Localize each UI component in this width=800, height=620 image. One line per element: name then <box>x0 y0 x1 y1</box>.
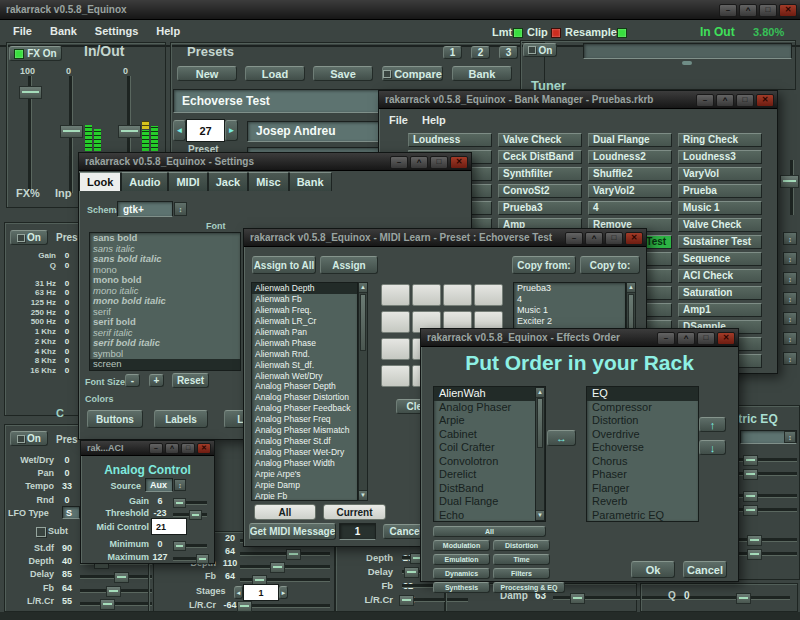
available-effect-item[interactable]: Coil Crafter <box>434 441 545 455</box>
font-list-item[interactable]: mono bold <box>90 275 240 286</box>
eq-band-row[interactable]: Q0 <box>6 261 78 271</box>
scroll-down-icon[interactable]: ▼ <box>359 490 367 500</box>
eq-band-row[interactable]: 1 Khz0 <box>6 327 78 337</box>
bank-preset-cell[interactable]: VaryVol <box>678 167 762 181</box>
chorus-row[interactable]: Rnd0 <box>6 493 80 506</box>
rack-effect-item[interactable]: Compressor <box>587 401 698 415</box>
main-titlebar[interactable]: rakarrack v0.5.8_Equinox – ˄ □ ✕ <box>0 0 800 20</box>
available-effect-item[interactable]: Derelict <box>434 468 545 482</box>
quick-preset-1-button[interactable]: 1 <box>443 46 462 59</box>
h-slider-thumb[interactable] <box>237 601 252 612</box>
rack-effect-item[interactable]: Distortion <box>587 414 698 428</box>
bank-preset-cell[interactable]: Prueba3 <box>498 201 582 215</box>
tab-bank[interactable]: Bank <box>289 172 332 191</box>
midi-bank-item[interactable]: 4 <box>514 294 625 305</box>
tab-look[interactable]: Look <box>79 172 121 191</box>
bank-preset-cell[interactable]: Ceck DistBand <box>498 150 582 164</box>
chorus-row[interactable]: L/R.Cr55 <box>6 595 80 608</box>
delay-slider-thumb[interactable] <box>114 572 129 583</box>
h-slider-thumb[interactable] <box>286 549 301 560</box>
category-all-button[interactable]: All <box>433 526 546 537</box>
restore-icon[interactable]: ˄ <box>677 332 695 345</box>
buttons-color-button[interactable]: Buttons <box>87 410 143 428</box>
font-list-item[interactable]: mono bold italic <box>90 296 240 307</box>
spinner-icon[interactable]: ↕ <box>174 202 187 216</box>
param-list-scrollbar[interactable]: ▲ ▼ <box>358 282 368 501</box>
move-up-button[interactable]: ↑ <box>699 417 726 432</box>
lfo-type-dropdown[interactable]: S <box>62 506 80 519</box>
compare-button[interactable]: Compare <box>382 66 443 81</box>
bank-preset-cell[interactable]: VaryVol2 <box>588 184 672 198</box>
midi-bank-item[interactable]: Exciter 2 <box>514 316 625 327</box>
available-effect-item[interactable]: Cabinet <box>434 428 545 442</box>
midi-param-item[interactable]: Analog Phaser St.df <box>252 436 357 447</box>
font-list-item[interactable]: serif <box>90 307 240 318</box>
restore-icon[interactable]: ˄ <box>410 156 428 169</box>
eq-band-row[interactable]: 125 Hz0 <box>6 298 78 308</box>
midi-param-item[interactable]: Analog Phaser Depth <box>252 381 357 392</box>
midi-param-item[interactable]: Alienwah Freq. <box>252 305 357 316</box>
swap-button[interactable]: ↔ <box>547 430 576 446</box>
eq-band-row[interactable]: 250 Hz0 <box>6 307 78 317</box>
rack-effect-item[interactable]: Echoverse <box>587 441 698 455</box>
font-list-item[interactable]: mono <box>90 265 240 276</box>
quick-preset-2-button[interactable]: 2 <box>471 46 490 59</box>
midi-param-item[interactable]: Arpie Damp <box>252 480 357 491</box>
minimize-icon[interactable]: – <box>696 94 714 107</box>
maximize-icon[interactable]: □ <box>736 94 754 107</box>
bank-preset-cell[interactable]: Ring Check <box>678 133 762 147</box>
font-list-item[interactable]: serif italic <box>90 328 240 339</box>
eq-band-row[interactable]: 16 Khz0 <box>6 366 78 376</box>
rack-effect-item[interactable]: Flanger <box>587 482 698 496</box>
font-size-plus-button[interactable]: + <box>149 374 164 387</box>
h-slider-thumb[interactable] <box>404 567 419 578</box>
spinner-icon[interactable]: ↕ <box>783 252 797 265</box>
preset-prev-button[interactable]: ◄ <box>173 120 186 141</box>
font-size-minus-button[interactable]: - <box>125 374 140 387</box>
h-slider-track[interactable] <box>240 565 330 569</box>
available-effect-item[interactable]: Dual Flange <box>434 495 545 509</box>
bank-preset-cell[interactable]: Amp1 <box>678 303 762 317</box>
lrcr-slider-thumb[interactable] <box>100 599 115 610</box>
category-modulation-button[interactable]: Modulation <box>433 540 490 551</box>
move-down-button[interactable]: ↓ <box>699 440 726 455</box>
midi-control-input[interactable]: 21 <box>152 519 186 534</box>
minimum-slider-thumb[interactable] <box>173 541 186 551</box>
h-slider-thumb[interactable] <box>747 549 762 560</box>
effects-order-titlebar[interactable]: rakarrack v0.5.8_Equinox - Effects Order… <box>421 329 738 347</box>
midi-pad[interactable] <box>412 284 441 306</box>
close-icon[interactable]: ✕ <box>625 232 643 245</box>
rack-effect-item[interactable]: Parametric EQ <box>587 509 698 523</box>
h-slider-thumb[interactable] <box>743 469 758 480</box>
midi-param-item[interactable]: Alienwah Pan <box>252 327 357 338</box>
midi-channel-field[interactable]: 1 <box>339 523 376 540</box>
midi-pad[interactable] <box>381 284 410 306</box>
eq-band-row[interactable]: 31 Hz0 <box>6 278 78 288</box>
category-filters-button[interactable]: Filters <box>493 568 550 579</box>
chorus-row[interactable]: Delay85 <box>6 568 80 581</box>
h-slider-thumb[interactable] <box>399 595 414 606</box>
scroll-up-icon[interactable]: ▲ <box>627 283 635 293</box>
minimize-icon[interactable]: – <box>149 443 163 454</box>
bank-preset-cell[interactable]: Valve Check <box>498 133 582 147</box>
bank-preset-cell[interactable]: Music 1 <box>678 201 762 215</box>
rack-effect-item[interactable]: Reverb <box>587 495 698 509</box>
bank-preset-cell[interactable]: 4 <box>588 201 672 215</box>
lrcr-slider-track[interactable] <box>80 602 152 606</box>
bank-preset-cell[interactable]: Shuffle2 <box>588 167 672 181</box>
bank-preset-cell[interactable]: Loudness <box>408 133 492 147</box>
settings-titlebar[interactable]: rakarrack v0.5.8_Equinox - Settings – ˄ … <box>79 153 471 171</box>
restore-icon[interactable]: ˄ <box>716 94 734 107</box>
stages-prev-button[interactable]: ◄ <box>234 586 243 599</box>
font-list-item[interactable]: serif bold <box>90 317 240 328</box>
maximize-icon[interactable]: □ <box>430 156 448 169</box>
schema-dropdown[interactable]: gtk+ <box>117 201 173 217</box>
font-list-item[interactable]: screen <box>90 359 240 370</box>
maximize-icon[interactable]: □ <box>697 332 715 345</box>
midi-param-item[interactable]: Analog Phaser Mismatch <box>252 425 357 436</box>
maximum-slider-thumb[interactable] <box>196 554 209 564</box>
available-list-scrollbar[interactable]: ▲ ▼ <box>535 387 545 521</box>
midi-param-item[interactable]: Alienwah LR_Cr <box>252 316 357 327</box>
preset-number-input[interactable]: 27 <box>187 120 224 141</box>
h-slider-track[interactable] <box>240 552 330 556</box>
